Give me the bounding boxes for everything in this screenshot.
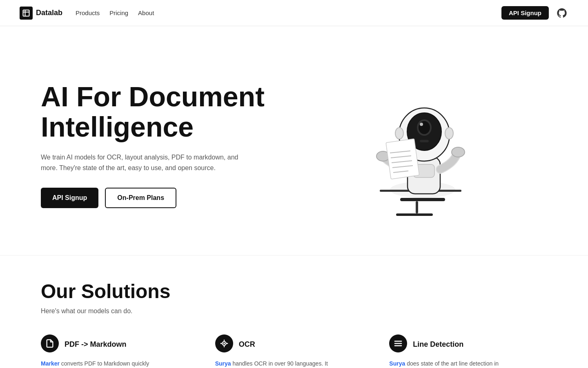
marker-link[interactable]: Marker (41, 360, 60, 367)
solution-ocr-name: OCR (239, 340, 255, 349)
hero-section: AI For Document Intelligence We train AI… (0, 26, 588, 255)
svg-rect-3 (396, 213, 433, 216)
ocr-icon (215, 334, 233, 352)
line-detection-icon (389, 334, 407, 352)
solution-card-pdf: PDF -> Markdown Marker converts PDF to M… (41, 334, 199, 368)
hero-right (286, 71, 547, 218)
solution-ocr-desc: Surya handles OCR in over 90 languages. … (215, 359, 373, 368)
solution-pdf-desc: Marker converts PDF to Markdown quickly (41, 359, 199, 368)
logo-link[interactable]: Datalab (20, 7, 62, 20)
logo-icon (20, 7, 33, 20)
svg-point-13 (419, 121, 430, 134)
svg-rect-2 (416, 201, 418, 213)
nav-right: API Signup (501, 6, 568, 20)
svg-rect-15 (420, 140, 429, 142)
nav-link-pricing[interactable]: Pricing (109, 9, 128, 16)
nav-link-about[interactable]: About (138, 9, 154, 16)
nav-links: Products Pricing About (76, 9, 154, 16)
github-icon[interactable] (555, 7, 568, 20)
hero-subtitle: We train AI models for OCR, layout analy… (41, 152, 253, 173)
solution-card-line: Line Detection Surya does state of the a… (389, 334, 547, 368)
solution-card-ocr-header: OCR (215, 334, 373, 354)
solutions-grid: PDF -> Markdown Marker converts PDF to M… (41, 334, 547, 368)
solution-card-pdf-header: PDF -> Markdown (41, 334, 199, 354)
navbar: Datalab Products Pricing About API Signu… (0, 0, 588, 26)
pdf-icon (41, 334, 59, 352)
solutions-title: Our Solutions (41, 280, 547, 303)
solutions-subtitle: Here's what our models can do. (41, 307, 547, 315)
svg-rect-1 (400, 198, 445, 201)
api-signup-button[interactable]: API Signup (41, 188, 98, 208)
surya-line-link[interactable]: Surya (389, 360, 405, 367)
svg-point-16 (395, 128, 403, 139)
solutions-section: Our Solutions Here's what our models can… (0, 255, 588, 368)
robot-illustration (347, 71, 486, 218)
api-signup-nav-button[interactable]: API Signup (501, 6, 549, 20)
svg-point-8 (452, 147, 465, 157)
solution-line-desc: Surya does state of the art line detecti… (389, 359, 547, 368)
hero-buttons: API Signup On-Prem Plans (41, 188, 286, 208)
solution-card-line-header: Line Detection (389, 334, 547, 354)
svg-point-17 (445, 128, 453, 139)
solution-line-name: Line Detection (413, 340, 463, 349)
on-prem-plans-button[interactable]: On-Prem Plans (105, 188, 176, 208)
logo-text: Datalab (36, 9, 62, 17)
solution-card-ocr: OCR Surya handles OCR in over 90 languag… (215, 334, 373, 368)
hero-title: AI For Document Intelligence (41, 81, 286, 143)
svg-point-25 (224, 343, 225, 344)
nav-link-products[interactable]: Products (76, 9, 100, 16)
svg-rect-18 (386, 139, 419, 179)
solution-pdf-name: PDF -> Markdown (65, 340, 127, 349)
svg-point-14 (420, 123, 423, 126)
surya-ocr-link[interactable]: Surya (215, 360, 231, 367)
hero-left: AI For Document Intelligence We train AI… (41, 81, 286, 209)
nav-left: Datalab Products Pricing About (20, 7, 154, 20)
